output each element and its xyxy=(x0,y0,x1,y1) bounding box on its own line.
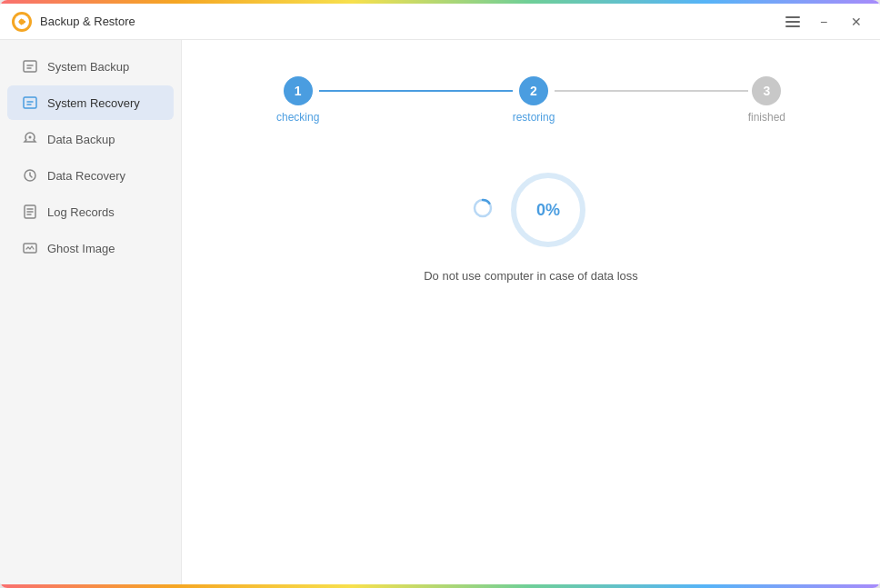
menu-line-2 xyxy=(785,21,800,23)
svg-rect-3 xyxy=(24,61,36,72)
sidebar-label-log-records: Log Records xyxy=(47,205,115,219)
sidebar-item-data-recovery[interactable]: Data Recovery xyxy=(7,158,174,193)
step-2-label: restoring xyxy=(513,111,555,124)
close-button[interactable]: ✕ xyxy=(844,9,869,35)
sidebar-item-data-backup[interactable]: Data Backup xyxy=(7,122,174,156)
svg-rect-4 xyxy=(24,97,36,108)
titlebar-left: Backup & Restore xyxy=(11,11,135,33)
sidebar-label-data-backup: Data Backup xyxy=(47,133,115,146)
sidebar-label-ghost-image: Ghost Image xyxy=(47,242,115,255)
content-area: 1 checking 2 restoring xyxy=(182,40,880,584)
progress-percentage: 0% xyxy=(536,201,560,220)
main-layout: System Backup System Recovery xyxy=(0,40,880,584)
sidebar-item-system-recovery[interactable]: System Recovery xyxy=(7,85,174,120)
progress-row: 0% xyxy=(473,169,589,251)
sidebar-item-ghost-image[interactable]: Ghost Image xyxy=(7,231,174,265)
sidebar-label-system-backup: System Backup xyxy=(47,60,129,74)
spinner-icon xyxy=(473,198,493,223)
progress-area: 0% Do not use computer in case of data l… xyxy=(424,169,638,283)
step-2: 2 restoring xyxy=(513,76,555,124)
app-window: Backup & Restore − ✕ Sys xyxy=(0,0,880,588)
sidebar-item-system-backup[interactable]: System Backup xyxy=(7,49,174,84)
step-1-circle: 1 xyxy=(284,76,313,105)
minimize-button[interactable]: − xyxy=(811,9,836,35)
system-recovery-icon xyxy=(22,95,38,111)
steps-container: 1 checking 2 restoring xyxy=(276,76,785,124)
data-backup-icon xyxy=(22,131,38,147)
step-3-label: finished xyxy=(748,111,785,124)
step-line-2 xyxy=(555,90,747,92)
log-records-icon xyxy=(22,204,38,220)
gradient-bottom-bar xyxy=(0,584,880,588)
sidebar-label-system-recovery: System Recovery xyxy=(47,96,140,110)
app-icon xyxy=(11,11,33,33)
system-backup-icon xyxy=(22,58,38,75)
sidebar-label-data-recovery: Data Recovery xyxy=(47,169,125,183)
svg-point-2 xyxy=(19,19,25,25)
menu-line-1 xyxy=(785,16,800,18)
sidebar-item-log-records[interactable]: Log Records xyxy=(7,194,174,229)
menu-line-3 xyxy=(785,25,800,27)
step-1-label: checking xyxy=(276,111,319,124)
svg-point-5 xyxy=(29,136,32,139)
app-title: Backup & Restore xyxy=(40,15,135,28)
step-3: 3 finished xyxy=(748,76,785,124)
step-3-circle: 3 xyxy=(752,76,781,105)
titlebar-controls: − ✕ xyxy=(782,9,869,35)
step-line-1 xyxy=(319,90,512,92)
progress-circle: 0% xyxy=(507,169,589,251)
progress-message: Do not use computer in case of data loss xyxy=(424,269,638,283)
step-2-circle: 2 xyxy=(519,76,548,105)
sidebar: System Backup System Recovery xyxy=(0,40,182,584)
ghost-image-icon xyxy=(22,240,38,256)
step-1: 1 checking xyxy=(276,76,319,124)
menu-button[interactable] xyxy=(782,13,804,31)
data-recovery-icon xyxy=(22,167,38,184)
titlebar: Backup & Restore − ✕ xyxy=(0,4,880,40)
